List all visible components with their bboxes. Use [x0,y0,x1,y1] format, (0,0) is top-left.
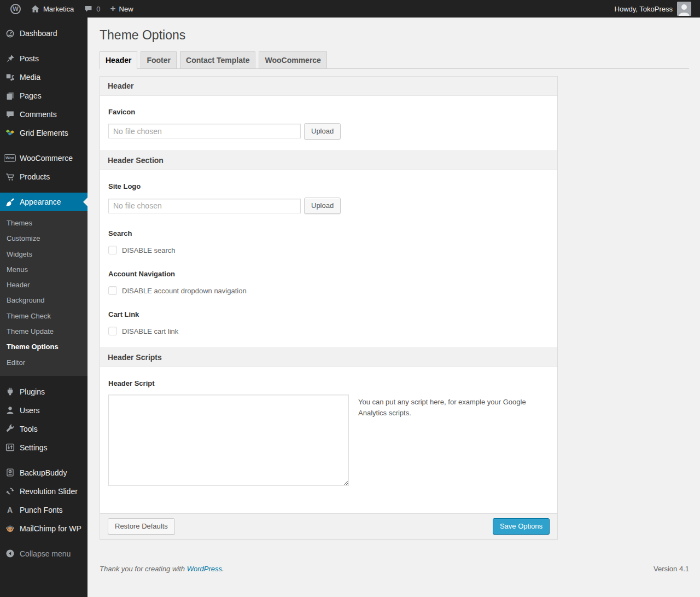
sidebar-item-backupbuddy[interactable]: BackupBuddy [0,463,88,482]
woocommerce-icon: Woo [4,153,15,164]
howdy-label: Howdy, TokoPress [615,5,673,13]
tab-header[interactable]: Header [100,51,137,69]
sidebar-item-label: BackupBuddy [20,468,67,477]
tab-contact-template[interactable]: Contact Template [180,51,255,68]
pages-icon [4,90,15,101]
search-label: Search [108,229,549,237]
submenu-item-customize[interactable]: Customize [0,231,88,246]
tab-woocommerce[interactable]: WooCommerce [259,51,326,68]
submenu-item-editor[interactable]: Editor [0,355,88,370]
favicon-file-input[interactable] [108,124,301,138]
submenu-item-menus[interactable]: Menus [0,262,88,277]
comments-icon [4,109,15,120]
account-menu[interactable]: Howdy, TokoPress [615,2,691,16]
disable-cart-link-label: DISABLE cart link [122,327,178,335]
cart-link-label: Cart Link [108,310,549,318]
submenu-item-theme-options[interactable]: Theme Options [0,339,88,355]
backupbuddy-icon [4,467,15,478]
wordpress-logo-menu[interactable]: W [5,0,26,18]
avatar [677,2,691,16]
sidebar-item-users[interactable]: Users [0,401,88,420]
sidebar-item-comments[interactable]: Comments [0,105,88,124]
menu-separator [0,538,88,544]
new-content-menu[interactable]: + New [106,0,138,18]
sidebar-item-label: Revolution Slider [20,487,78,496]
settings-sliders-icon [4,442,15,453]
sidebar-item-products[interactable]: Products [0,167,88,186]
disable-search-checkbox[interactable] [108,246,117,254]
site-logo-upload-button[interactable]: Upload [304,198,341,214]
disable-account-nav-checkbox[interactable] [108,286,117,295]
search-row: Search DISABLE search [100,229,557,254]
comments-admin-bar[interactable]: 0 [79,0,105,18]
disable-account-nav-label: DISABLE account dropdown navigation [122,287,247,295]
menu-separator [0,186,88,193]
sidebar-item-pages[interactable]: Pages [0,86,88,105]
site-logo-file-input[interactable] [108,199,301,213]
site-name-link[interactable]: Marketica [26,0,79,18]
favicon-row: Favicon Upload [100,108,557,150]
sidebar-item-label: Dashboard [20,29,57,38]
wordpress-link[interactable]: WordPress [187,565,222,573]
section-header: Header [100,77,557,96]
refresh-arrows-icon [4,486,15,497]
sidebar-item-label: Users [20,406,40,415]
page-footer: Thank you for creating with WordPress. V… [100,565,689,573]
menu-separator [0,457,88,463]
header-script-textarea[interactable] [108,395,349,486]
submenu-item-background[interactable]: Background [0,293,88,308]
header-script-row: Header Script You can put any script her… [100,379,557,486]
sidebar-item-label: Punch Fonts [20,506,63,514]
dashboard-icon [4,28,15,39]
sidebar-item-plugins[interactable]: Plugins [0,382,88,401]
pushpin-icon [4,53,15,64]
sidebar-item-label: Tools [20,425,38,433]
sidebar-item-tools[interactable]: Tools [0,420,88,438]
appearance-submenu: Themes Customize Widgets Menus Header Ba… [0,211,88,376]
sidebar-item-mailchimp[interactable]: MailChimp for WP [0,519,88,538]
sidebar-item-dashboard[interactable]: Dashboard [0,24,88,43]
page-title: Theme Options [100,22,689,46]
panel-footer: Restore Defaults Save Options [100,513,557,539]
current-menu-arrow [79,198,88,206]
submenu-item-themes[interactable]: Themes [0,216,88,231]
sidebar-item-label: Comments [20,110,57,119]
sidebar-item-posts[interactable]: Posts [0,49,88,68]
account-navigation-row: Account Navigation DISABLE account dropd… [100,270,557,295]
sidebar-item-label: Collapse menu [20,549,71,558]
sidebar-item-grid-elements[interactable]: Grid Elements [0,124,88,142]
sidebar-item-woocommerce[interactable]: Woo WooCommerce [0,149,88,167]
disable-cart-link-checkbox[interactable] [108,327,117,335]
favicon-upload-button[interactable]: Upload [304,123,341,140]
sidebar-item-label: Posts [20,54,39,63]
sidebar-item-settings[interactable]: Settings [0,438,88,457]
sidebar-item-revolution-slider[interactable]: Revolution Slider [0,482,88,501]
submenu-item-theme-update[interactable]: Theme Update [0,324,88,339]
sidebar-item-media[interactable]: Media [0,68,88,86]
comment-count: 0 [96,5,100,13]
home-icon [31,4,40,14]
sidebar-item-appearance[interactable]: Appearance [0,193,88,211]
sidebar-item-punch-fonts[interactable]: A Punch Fonts [0,501,88,519]
cart-link-row: Cart Link DISABLE cart link [100,310,557,347]
footer-thanks-text: Thank you for creating with WordPress. [100,565,224,573]
save-options-button[interactable]: Save Options [493,518,550,535]
plus-icon: + [110,4,116,13]
submenu-item-widgets[interactable]: Widgets [0,247,88,262]
menu-separator [0,142,88,149]
sidebar-item-label: Appearance [20,198,61,206]
theme-options-panel: Header Favicon Upload Header Section Sit… [100,76,558,540]
sidebar-item-label: WooCommerce [20,154,73,163]
tab-bar: Header Footer Contact Template WooCommer… [100,51,689,69]
new-label: New [119,5,133,13]
disable-search-label: DISABLE search [122,246,176,254]
collapse-menu-button[interactable]: Collapse menu [0,544,88,563]
admin-bar: W Marketica 0 + New Howdy, TokoPress [0,0,700,18]
account-navigation-label: Account Navigation [108,270,549,278]
submenu-item-theme-check[interactable]: Theme Check [0,309,88,324]
tab-footer[interactable]: Footer [141,51,177,68]
main-content: Theme Options Header Footer Contact Temp… [88,18,700,597]
submenu-item-header[interactable]: Header [0,277,88,293]
restore-defaults-button[interactable]: Restore Defaults [108,518,175,535]
mailchimp-monkey-icon [4,523,15,534]
